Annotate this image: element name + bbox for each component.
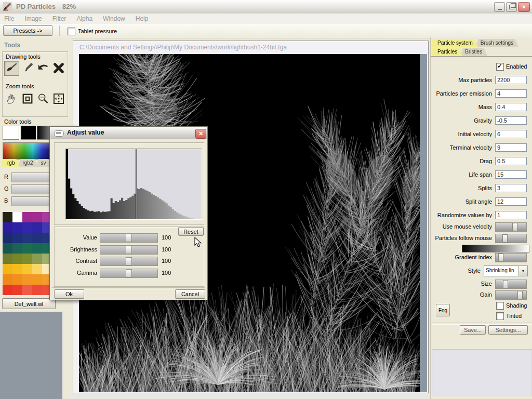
palette-swatch[interactable] <box>3 264 12 274</box>
palette-swatch[interactable] <box>22 285 32 295</box>
input-splits[interactable]: 3 <box>495 184 527 192</box>
palette-swatch[interactable] <box>32 274 42 285</box>
secondary-color-swatch[interactable] <box>21 126 36 140</box>
menu-alpha[interactable]: Alpha <box>76 14 92 24</box>
gain-thumb[interactable] <box>517 291 523 299</box>
input-drag[interactable]: 0.5 <box>495 157 527 165</box>
tab-rgb2[interactable]: rgb2 <box>17 159 38 167</box>
palette-swatch[interactable] <box>12 212 22 222</box>
input-randomize-values-by[interactable]: 1 <box>495 211 527 219</box>
palette-swatch[interactable] <box>32 212 42 222</box>
input-gravity[interactable]: -0.5 <box>495 116 527 125</box>
palette-swatch[interactable] <box>32 243 42 254</box>
enabled-checkbox[interactable] <box>496 63 504 71</box>
tab-particles[interactable]: Particles <box>432 48 462 56</box>
palette-swatch[interactable] <box>3 222 12 233</box>
pen-tool-button[interactable] <box>20 61 35 76</box>
palette-swatch[interactable] <box>3 212 12 222</box>
dialog-titlebar[interactable]: Adjust value ✕ <box>50 127 207 139</box>
tablet-pressure-checkbox[interactable] <box>68 28 75 35</box>
frame-tool-button[interactable] <box>20 91 35 107</box>
palette-swatch[interactable] <box>12 285 22 295</box>
gamma-thumb[interactable] <box>126 269 132 277</box>
palette-swatch[interactable] <box>3 233 12 243</box>
use-mouse-velocity-thumb[interactable] <box>512 223 517 231</box>
zoom-100-tool-button[interactable]: 100% <box>35 91 50 107</box>
size-thumb[interactable] <box>503 280 508 288</box>
reset-button[interactable]: Reset <box>178 227 204 236</box>
save-button[interactable]: Save... <box>460 325 486 335</box>
particles-follow-mouse-thumb[interactable] <box>502 234 508 243</box>
input-life-span[interactable]: 15 <box>495 170 527 179</box>
gamma-slider[interactable] <box>100 269 158 278</box>
palette-swatch[interactable] <box>32 222 42 233</box>
cancel-button[interactable]: Cancel <box>175 289 205 299</box>
input-terminal-velocity[interactable]: 9 <box>495 143 527 152</box>
palette-swatch[interactable] <box>12 274 22 285</box>
style-dropdown[interactable]: Shrinking lin ▼ <box>484 265 528 276</box>
palette-swatch[interactable] <box>32 254 42 264</box>
gain-slider[interactable] <box>495 290 527 300</box>
tab-brush-settings[interactable]: Brush settings <box>475 39 518 47</box>
palette-swatch[interactable] <box>3 274 12 285</box>
palette-swatch[interactable] <box>22 274 32 285</box>
palette-swatch[interactable] <box>22 212 32 222</box>
input-initial-velocity[interactable]: 6 <box>495 130 527 138</box>
value-thumb[interactable] <box>126 234 132 242</box>
pan-tool-button[interactable] <box>51 91 66 107</box>
ok-button[interactable]: Ok <box>54 289 84 299</box>
undo-arrow-tool-button[interactable] <box>35 61 50 76</box>
brightness-slider[interactable] <box>100 245 158 255</box>
contrast-slider[interactable] <box>100 257 158 266</box>
input-split-angle[interactable]: 12 <box>495 197 527 206</box>
input-particles-per-emission[interactable]: 4 <box>495 89 527 98</box>
input-max-particles[interactable]: 2200 <box>495 76 527 84</box>
tab-particle-system[interactable]: Particle system <box>432 39 478 47</box>
dialog-close-button[interactable]: ✕ <box>195 129 206 139</box>
value-slider[interactable] <box>100 233 158 243</box>
palette-swatch[interactable] <box>32 233 42 243</box>
close-button[interactable]: ✕ <box>518 2 530 12</box>
palette-swatch[interactable] <box>22 233 32 243</box>
brush-tool-button[interactable] <box>4 61 19 76</box>
titlebar[interactable]: PD Particles 82% ✕ <box>0 0 532 14</box>
gradient-index-thumb[interactable] <box>498 254 503 262</box>
tab-bristles[interactable]: Bristles <box>460 48 487 56</box>
particles-follow-mouse-slider[interactable] <box>495 234 527 243</box>
minimize-button[interactable] <box>494 2 505 12</box>
restore-button[interactable] <box>506 2 517 12</box>
delete-x-tool-button[interactable] <box>51 61 66 76</box>
settings-button[interactable]: Settings... <box>488 325 528 335</box>
hand-tool-button[interactable] <box>4 91 19 107</box>
palette-swatch[interactable] <box>12 264 22 274</box>
shading-checkbox[interactable] <box>496 302 504 310</box>
hue-picker[interactable] <box>3 142 51 159</box>
palette-swatch[interactable] <box>12 233 22 243</box>
palette-swatch[interactable] <box>3 285 12 295</box>
palette-swatch[interactable] <box>32 264 42 274</box>
brightness-thumb[interactable] <box>126 246 132 254</box>
palette-swatch[interactable] <box>12 222 22 233</box>
palette-swatch[interactable] <box>22 222 32 233</box>
palette-swatch[interactable] <box>3 243 12 254</box>
palette-swatch[interactable] <box>12 243 22 254</box>
palette-swatch[interactable] <box>3 254 12 264</box>
pressets-button[interactable]: Pressets -> <box>3 25 52 36</box>
tinted-checkbox[interactable] <box>496 312 504 320</box>
gradient-index-slider[interactable] <box>495 253 527 262</box>
chevron-down-icon[interactable]: ▼ <box>518 266 527 276</box>
palette-swatch[interactable] <box>32 285 42 295</box>
use-mouse-velocity-slider[interactable] <box>495 222 527 232</box>
palette-swatch[interactable] <box>22 243 32 254</box>
menu-filter[interactable]: Filter <box>52 14 66 24</box>
palette-swatch[interactable] <box>12 254 22 264</box>
palette-swatch[interactable] <box>22 254 32 264</box>
primary-color-swatch[interactable] <box>3 126 19 140</box>
menu-window[interactable]: Window <box>103 14 125 24</box>
menu-image[interactable]: Image <box>24 14 42 24</box>
input-mass[interactable]: 0.4 <box>495 103 527 111</box>
contrast-thumb[interactable] <box>126 257 132 265</box>
menu-help[interactable]: Help <box>136 14 149 24</box>
palette-swatch[interactable] <box>22 264 32 274</box>
color-well-button[interactable]: Def_well.wl <box>2 298 56 309</box>
